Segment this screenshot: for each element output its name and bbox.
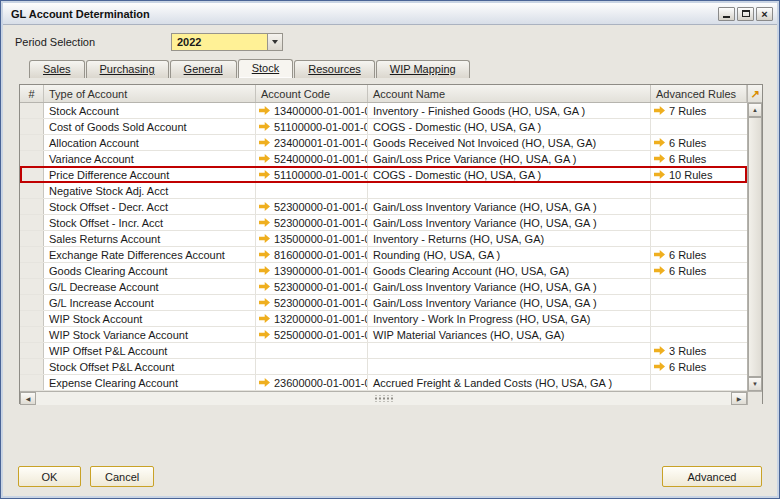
tab-purchasing[interactable]: Purchasing [86,60,169,78]
table-row[interactable]: Stock Offset - Decr. Acct 52300000-01-00… [20,199,747,215]
table-row[interactable]: Stock Account 13400000-01-001-01 Invento… [20,103,747,119]
advanced-rules-cell[interactable] [651,295,747,310]
scroll-right-button[interactable]: ▶ [731,392,747,405]
account-code-cell[interactable]: 52300000-01-001-01 [256,295,368,310]
account-code-cell[interactable]: 13900000-01-001-01 [256,263,368,278]
link-arrow-icon[interactable] [654,250,665,259]
advanced-rules-cell[interactable] [651,327,747,342]
link-arrow-icon[interactable] [654,346,665,355]
table-row[interactable]: Expense Clearing Account 23600000-01-001… [20,375,747,391]
table-row[interactable]: Stock Offset P&L Account 6 Rules [20,359,747,375]
tab-wip-mapping[interactable]: WIP Mapping [376,60,470,78]
table-row[interactable]: Negative Stock Adj. Acct [20,183,747,199]
advanced-rules-cell[interactable]: 6 Rules [651,151,747,166]
link-arrow-icon[interactable] [259,154,270,163]
account-code-cell[interactable]: 13200000-01-001-01 [256,311,368,326]
horizontal-scrollbar[interactable]: ◀ ▶ [20,391,747,405]
advanced-rules-cell[interactable] [651,231,747,246]
table-row[interactable]: G/L Increase Account 52300000-01-001-01 … [20,295,747,311]
advanced-rules-cell[interactable]: 6 Rules [651,135,747,150]
advanced-rules-cell[interactable] [651,279,747,294]
scroll-down-button[interactable]: ▼ [748,377,762,391]
table-row[interactable]: Exchange Rate Differences Account 816000… [20,247,747,263]
scroll-up-button[interactable]: ▲ [748,103,762,117]
table-row[interactable]: Allocation Account 23400001-01-001-01 Go… [20,135,747,151]
link-arrow-icon[interactable] [259,218,270,227]
dropdown-arrow-button[interactable] [267,34,282,50]
advanced-button[interactable]: Advanced [662,466,762,487]
link-arrow-icon[interactable] [259,282,270,291]
period-select[interactable]: 2022 [171,33,283,51]
advanced-rules-cell[interactable] [651,119,747,134]
link-arrow-icon[interactable] [259,250,270,259]
advanced-rules-cell[interactable] [651,199,747,214]
advanced-rules-cell[interactable]: 6 Rules [651,247,747,262]
table-row[interactable]: Sales Returns Account 13500000-01-001-01… [20,231,747,247]
table-row[interactable]: Variance Account 52400000-01-001-01 Gain… [20,151,747,167]
ok-button[interactable]: OK [18,466,81,487]
link-arrow-icon[interactable] [259,202,270,211]
link-arrow-icon[interactable] [259,106,270,115]
table-row[interactable]: WIP Stock Account 13200000-01-001-01 Inv… [20,311,747,327]
account-code-cell[interactable] [256,183,368,198]
link-arrow-icon[interactable] [654,154,665,163]
expand-grid-icon[interactable]: ↗ [747,85,762,103]
account-code-cell[interactable]: 23600000-01-001-01 [256,375,368,390]
account-code-cell[interactable]: 52300000-01-001-01 [256,279,368,294]
link-arrow-icon[interactable] [259,170,270,179]
title-bar[interactable]: GL Account Determination × [3,3,777,25]
header-advanced-rules[interactable]: Advanced Rules [651,85,747,102]
header-type-of-account[interactable]: Type of Account [44,85,256,102]
tab-resources[interactable]: Resources [294,60,375,78]
advanced-rules-cell[interactable]: 3 Rules [651,343,747,358]
horizontal-scroll-track[interactable] [36,392,731,405]
link-arrow-icon[interactable] [654,106,665,115]
advanced-rules-cell[interactable] [651,215,747,230]
vertical-scroll-thumb[interactable] [748,117,762,377]
tab-general[interactable]: General [170,60,237,78]
account-code-cell[interactable] [256,359,368,374]
table-row[interactable]: Price Difference Account 51100000-01-001… [20,167,747,183]
minimize-button[interactable] [718,7,735,21]
link-arrow-icon[interactable] [654,362,665,371]
resize-grip-icon[interactable] [373,395,395,402]
advanced-rules-cell[interactable]: 6 Rules [651,359,747,374]
header-account-name[interactable]: Account Name [368,85,651,102]
advanced-rules-cell[interactable] [651,375,747,390]
link-arrow-icon[interactable] [259,122,270,131]
link-arrow-icon[interactable] [259,378,270,387]
link-arrow-icon[interactable] [259,314,270,323]
vertical-scrollbar[interactable]: ▲ ▼ [747,103,762,391]
account-code-cell[interactable] [256,343,368,358]
account-code-cell[interactable]: 52300000-01-001-01 [256,199,368,214]
tab-sales[interactable]: Sales [29,60,85,78]
advanced-rules-cell[interactable] [651,311,747,326]
table-row[interactable]: Goods Clearing Account 13900000-01-001-0… [20,263,747,279]
tab-stock[interactable]: Stock [238,59,294,78]
table-row[interactable]: WIP Offset P&L Account 3 Rules [20,343,747,359]
account-code-cell[interactable]: 51100000-01-001-01 [256,167,368,182]
link-arrow-icon[interactable] [654,266,665,275]
account-code-cell[interactable]: 13400000-01-001-01 [256,103,368,118]
account-code-cell[interactable]: 52400000-01-001-01 [256,151,368,166]
close-button[interactable]: × [756,7,773,21]
link-arrow-icon[interactable] [654,170,665,179]
account-code-cell[interactable]: 52300000-01-001-01 [256,215,368,230]
scroll-left-button[interactable]: ◀ [20,392,36,405]
table-row[interactable]: G/L Decrease Account 52300000-01-001-01 … [20,279,747,295]
link-arrow-icon[interactable] [259,330,270,339]
header-account-code[interactable]: Account Code [256,85,368,102]
link-arrow-icon[interactable] [654,138,665,147]
table-row[interactable]: Stock Offset - Incr. Acct 52300000-01-00… [20,215,747,231]
maximize-button[interactable] [737,7,754,21]
cancel-button[interactable]: Cancel [90,466,154,487]
account-code-cell[interactable]: 51100000-01-001-01 [256,119,368,134]
account-code-cell[interactable]: 81600000-01-001-01 [256,247,368,262]
link-arrow-icon[interactable] [259,234,270,243]
account-code-cell[interactable]: 13500000-01-001-01 [256,231,368,246]
link-arrow-icon[interactable] [259,138,270,147]
account-code-cell[interactable]: 23400001-01-001-01 [256,135,368,150]
advanced-rules-cell[interactable]: 10 Rules [651,167,747,182]
advanced-rules-cell[interactable]: 7 Rules [651,103,747,118]
link-arrow-icon[interactable] [259,298,270,307]
